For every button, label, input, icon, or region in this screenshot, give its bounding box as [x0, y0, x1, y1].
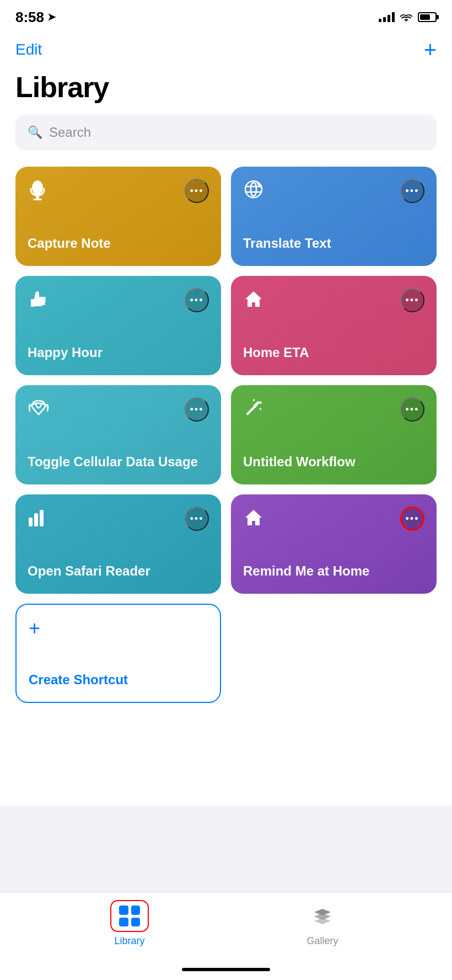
- home-eta-more-button[interactable]: •••: [400, 288, 424, 312]
- more-dots-icon: •••: [190, 513, 204, 525]
- translate-text-icon: [243, 179, 264, 205]
- shortcut-card-remind-home[interactable]: ••• Remind Me at Home: [231, 494, 437, 594]
- svg-text:✦: ✦: [257, 399, 263, 407]
- toggle-cellular-label: Toggle Cellular Data Usage: [28, 453, 209, 470]
- location-arrow-icon: ➤: [47, 11, 56, 23]
- shortcut-card-open-safari[interactable]: ••• Open Safari Reader: [15, 494, 221, 594]
- happy-hour-more-button[interactable]: •••: [185, 288, 209, 312]
- time-display: 8:58: [15, 9, 44, 26]
- translate-text-label: Translate Text: [243, 235, 424, 252]
- svg-rect-11: [29, 518, 33, 526]
- library-grid-icon: [119, 906, 140, 926]
- home-eta-icon: [243, 288, 264, 314]
- shortcut-card-capture-note[interactable]: ••• Capture Note: [15, 167, 221, 266]
- happy-hour-label: Happy Hour: [28, 344, 209, 361]
- search-placeholder: Search: [49, 125, 91, 140]
- signal-icon: [379, 12, 395, 22]
- tab-gallery[interactable]: Gallery: [226, 900, 419, 947]
- shortcuts-grid: ••• Capture Note •••: [15, 167, 437, 594]
- svg-text:✦: ✦: [259, 407, 262, 412]
- status-time: 8:58 ➤: [15, 9, 56, 26]
- untitled-workflow-icon: ✦ ✦ ✦: [243, 397, 264, 423]
- shortcut-card-untitled-workflow[interactable]: ✦ ✦ ✦ ••• Untitled Workflow: [231, 385, 437, 484]
- open-safari-icon: [28, 507, 47, 532]
- tab-library[interactable]: Library: [33, 900, 226, 947]
- library-icon-wrap: [110, 900, 149, 932]
- toggle-cellular-icon: [28, 397, 50, 420]
- svg-rect-2: [33, 199, 42, 200]
- svg-point-0: [32, 180, 43, 195]
- create-plus-icon: +: [29, 617, 40, 640]
- more-dots-icon: •••: [406, 295, 419, 306]
- status-bar: 8:58 ➤: [0, 0, 452, 30]
- capture-note-icon: [28, 179, 47, 207]
- search-icon: 🔍: [28, 125, 42, 140]
- status-icons: [379, 12, 437, 22]
- more-dots-icon: •••: [406, 513, 419, 525]
- tab-gallery-label: Gallery: [306, 935, 338, 947]
- edit-button[interactable]: Edit: [15, 41, 42, 58]
- svg-rect-12: [34, 513, 38, 526]
- svg-rect-13: [40, 510, 44, 526]
- shortcut-card-translate-text[interactable]: ••• Translate Text: [231, 167, 437, 266]
- happy-hour-icon: [28, 288, 49, 314]
- page-title: Library: [15, 71, 437, 104]
- untitled-workflow-more-button[interactable]: •••: [400, 397, 424, 422]
- wifi-icon: [400, 13, 412, 22]
- tab-library-label: Library: [114, 935, 144, 947]
- battery-icon: [418, 12, 437, 22]
- toggle-cellular-more-button[interactable]: •••: [185, 397, 209, 422]
- more-dots-icon: •••: [406, 404, 419, 416]
- more-dots-icon: •••: [190, 295, 204, 306]
- shortcut-card-toggle-cellular[interactable]: ••• Toggle Cellular Data Usage: [15, 385, 221, 484]
- search-bar[interactable]: 🔍 Search: [15, 115, 437, 150]
- create-shortcut-card[interactable]: + Create Shortcut: [15, 604, 221, 703]
- remind-home-more-button[interactable]: •••: [400, 507, 424, 531]
- open-safari-label: Open Safari Reader: [28, 562, 209, 579]
- translate-text-more-button[interactable]: •••: [400, 179, 424, 203]
- remind-home-icon: [243, 507, 264, 532]
- open-safari-more-button[interactable]: •••: [185, 507, 209, 531]
- home-eta-label: Home ETA: [243, 344, 424, 361]
- svg-text:✦: ✦: [252, 398, 256, 403]
- capture-note-label: Capture Note: [28, 235, 209, 252]
- more-dots-icon: •••: [190, 185, 204, 197]
- more-dots-icon: •••: [406, 185, 419, 197]
- gallery-icon: [311, 904, 334, 928]
- tab-bar: Library Gallery: [0, 892, 452, 963]
- create-shortcut-label: Create Shortcut: [29, 672, 208, 688]
- untitled-workflow-label: Untitled Workflow: [243, 453, 424, 470]
- home-indicator: [0, 963, 452, 980]
- shortcut-card-home-eta[interactable]: ••• Home ETA: [231, 276, 437, 375]
- main-content: Edit + Library 🔍 Search •••: [0, 30, 452, 806]
- capture-note-more-button[interactable]: •••: [185, 179, 209, 203]
- shortcut-card-happy-hour[interactable]: ••• Happy Hour: [15, 276, 221, 375]
- more-dots-icon: •••: [190, 404, 204, 416]
- home-bar: [182, 968, 270, 971]
- remind-home-label: Remind Me at Home: [243, 562, 424, 579]
- add-button[interactable]: +: [424, 39, 437, 61]
- nav-bar: Edit +: [15, 30, 437, 66]
